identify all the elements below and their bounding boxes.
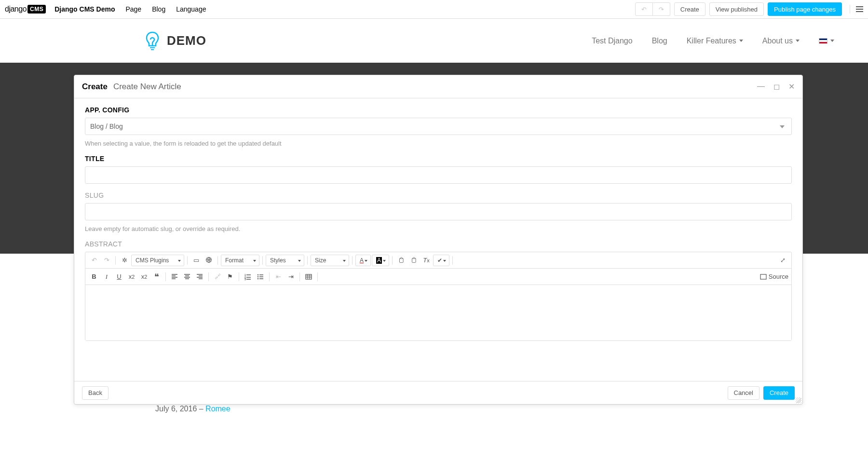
- modal-header: Create Create New Article — ◻ ✕: [74, 75, 802, 98]
- paste-icon[interactable]: 📋︎: [395, 255, 407, 266]
- site-logo[interactable]: DEMO: [145, 31, 206, 51]
- toolbar-item-blog[interactable]: Blog: [152, 5, 165, 13]
- abstract-label: Abstract: [85, 240, 792, 248]
- create-submit-button[interactable]: Create: [763, 386, 795, 400]
- separator: [452, 256, 453, 265]
- caret-down-icon: [796, 40, 800, 42]
- blockquote-icon[interactable]: ❝: [151, 271, 163, 283]
- editor-toolbar-row-1: ↶ ↷ ✲ CMS Plugins ▭ 🌐︎ Format Styles Siz…: [85, 252, 791, 269]
- hamburger-icon: [856, 5, 863, 14]
- underline-icon[interactable]: U: [113, 271, 125, 283]
- subscript-icon[interactable]: x2: [126, 271, 137, 283]
- nav-killer-features[interactable]: Killer Features: [687, 37, 743, 45]
- align-left-icon[interactable]: [169, 271, 180, 283]
- create-article-modal: Create Create New Article — ◻ ✕ App. Con…: [74, 75, 803, 405]
- separator: [307, 256, 308, 265]
- nav-test-django[interactable]: Test Django: [592, 37, 633, 45]
- svg-point-5: [258, 274, 258, 275]
- abstract-textarea[interactable]: [85, 285, 791, 340]
- article-author-link[interactable]: Romee: [205, 405, 231, 413]
- slug-label: Slug: [85, 191, 792, 199]
- separator: [187, 256, 188, 265]
- toolbar-item-site[interactable]: Django CMS Demo: [54, 5, 115, 13]
- redo-icon[interactable]: ↷: [101, 255, 112, 266]
- caret-down-icon: [739, 40, 743, 42]
- rich-text-editor: ↶ ↷ ✲ CMS Plugins ▭ 🌐︎ Format Styles Siz…: [85, 252, 792, 341]
- separator: [208, 272, 209, 281]
- footer-right: Cancel Create: [728, 386, 795, 400]
- italic-icon[interactable]: I: [101, 271, 112, 283]
- caret-down-icon: [830, 40, 834, 42]
- history-btn-group: ↶ ↷: [635, 2, 670, 16]
- ordered-list-icon[interactable]: 123: [242, 271, 254, 283]
- spellcheck-dropdown[interactable]: ✔︎: [433, 255, 449, 266]
- maximize-button[interactable]: ◻: [773, 82, 780, 91]
- svg-rect-9: [760, 274, 766, 279]
- nav-label: Test Django: [592, 37, 633, 45]
- site-title: DEMO: [167, 33, 206, 48]
- slug-input[interactable]: [85, 203, 792, 220]
- cms-plugin-icon[interactable]: ✲: [119, 255, 130, 266]
- maximize-editor-icon[interactable]: ⤢: [777, 255, 788, 266]
- styles-dropdown[interactable]: Styles: [266, 255, 304, 266]
- article-date: July 6, 2016: [155, 405, 197, 413]
- bold-icon[interactable]: B: [88, 271, 100, 283]
- resize-handle[interactable]: [796, 397, 801, 403]
- text-color-dropdown[interactable]: A: [355, 255, 371, 266]
- structure-toggle-button[interactable]: [850, 5, 863, 14]
- publish-button[interactable]: Publish page changes: [768, 2, 842, 16]
- dd-label: Size: [315, 257, 326, 264]
- close-button[interactable]: ✕: [788, 82, 795, 91]
- source-label: Source: [769, 273, 788, 280]
- globe-icon[interactable]: 🌐︎: [203, 255, 215, 266]
- image-icon[interactable]: ▭: [190, 255, 202, 266]
- unordered-list-icon[interactable]: [255, 271, 266, 283]
- outdent-icon[interactable]: ⇤: [272, 271, 284, 283]
- text-color-icon: A: [360, 257, 364, 264]
- app-config-select[interactable]: Blog / Blog: [85, 118, 792, 135]
- cms-plugins-dropdown[interactable]: CMS Plugins: [131, 255, 184, 266]
- modal-footer: Back Cancel Create: [74, 381, 802, 404]
- redo-button[interactable]: ↷: [653, 2, 670, 16]
- source-button[interactable]: Source: [760, 271, 788, 283]
- nav-blog[interactable]: Blog: [652, 37, 667, 45]
- back-button[interactable]: Back: [82, 386, 108, 400]
- svg-rect-8: [306, 274, 312, 279]
- paste-text-icon[interactable]: 📋︎: [408, 255, 420, 266]
- title-input[interactable]: [85, 166, 792, 184]
- remove-format-icon[interactable]: Tx: [420, 255, 432, 266]
- separator: [165, 272, 166, 281]
- modal-breadcrumb[interactable]: Create: [82, 82, 108, 92]
- create-button[interactable]: Create: [674, 2, 705, 16]
- nav-about-us[interactable]: About us: [762, 37, 800, 45]
- bg-color-icon: A: [376, 257, 382, 264]
- undo-icon[interactable]: ↶: [88, 255, 100, 266]
- toolbar-item-page[interactable]: Page: [125, 5, 141, 13]
- nav-language-switch[interactable]: [819, 38, 834, 44]
- toolbar-item-language[interactable]: Language: [176, 5, 206, 13]
- align-right-icon[interactable]: [194, 271, 205, 283]
- separator: [262, 256, 263, 265]
- modal-title: Create New Article: [113, 82, 181, 92]
- link-icon[interactable]: 🔗︎: [212, 271, 223, 283]
- separator: [392, 256, 393, 265]
- modal-body: App. Config Blog / Blog When selecting a…: [74, 98, 802, 381]
- undo-button[interactable]: ↶: [635, 2, 653, 16]
- align-center-icon[interactable]: [181, 271, 193, 283]
- bg-color-dropdown[interactable]: A: [372, 255, 389, 266]
- separator: [352, 256, 353, 265]
- cms-logo[interactable]: djangoCMS: [5, 5, 46, 14]
- editor-toolbar-row-2: B I U x2 x2 ❝: [85, 269, 791, 285]
- cms-logo-text: django: [5, 5, 27, 14]
- field-app-config: App. Config Blog / Blog When selecting a…: [85, 106, 792, 147]
- table-icon[interactable]: [303, 271, 314, 283]
- anchor-icon[interactable]: ⚑: [224, 271, 236, 283]
- size-dropdown[interactable]: Size: [311, 255, 349, 266]
- indent-icon[interactable]: ⇥: [285, 271, 297, 283]
- view-published-button[interactable]: View published: [709, 2, 764, 16]
- minimize-button[interactable]: —: [757, 82, 765, 91]
- format-dropdown[interactable]: Format: [221, 255, 259, 266]
- cancel-button[interactable]: Cancel: [728, 386, 760, 400]
- nav-label: About us: [762, 37, 793, 45]
- superscript-icon[interactable]: x2: [138, 271, 150, 283]
